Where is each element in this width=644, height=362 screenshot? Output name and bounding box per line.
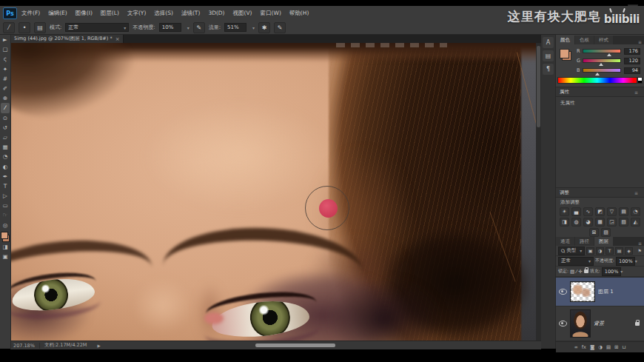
layer-name[interactable]: 图层 1 [598, 288, 614, 295]
lock-transparency-icon[interactable]: ▨ [570, 269, 574, 275]
blend-mode-select[interactable]: 正常 ▾ [65, 23, 129, 32]
layer-filter-select[interactable]: Ϙ 类型 ▾ [558, 247, 585, 255]
canvas[interactable] [10, 43, 541, 341]
panel-menu-icon[interactable]: ≡ [636, 39, 644, 44]
layer-blend-mode-select[interactable]: 正常 ▾ [558, 257, 594, 266]
hue-saturation-icon[interactable]: ▤ [619, 207, 628, 216]
marquee-tool[interactable]: ▢ [1, 44, 10, 54]
menu-item[interactable]: 选择(S) [154, 10, 173, 17]
posterize-icon[interactable]: ▧ [619, 218, 628, 227]
filter-group-layers-icon[interactable]: ▤ [615, 247, 623, 255]
color-spectrum-ramp[interactable] [557, 77, 637, 84]
horizontal-scrollbar-thumb[interactable] [255, 343, 335, 347]
background-thumbnail[interactable] [570, 309, 591, 338]
spot-healing-tool[interactable]: ⊕ [1, 93, 10, 103]
brush-size-preset[interactable]: • [19, 22, 30, 33]
vertical-scrollbar[interactable] [536, 43, 541, 341]
layer1-thumbnail[interactable] [570, 281, 595, 302]
tab-styles[interactable]: 样式 [594, 36, 613, 44]
color-swatch-pair[interactable] [560, 49, 571, 61]
menu-item[interactable]: 图像(I) [76, 10, 93, 17]
document-tab[interactable]: 5img (44).jpg @ 207%(图层 1, RGB/8#) * × [11, 35, 124, 43]
photo-filter-icon[interactable]: ◍ [571, 218, 581, 227]
blur-tool[interactable]: ◔ [1, 152, 10, 161]
tab-close-icon[interactable]: × [115, 36, 120, 42]
brush-preset-icon[interactable]: ⁄ [3, 22, 15, 33]
green-slider[interactable] [583, 58, 621, 63]
styles-panel-icon[interactable]: ▤ [543, 50, 554, 61]
green-value[interactable]: 120 [624, 58, 640, 64]
opacity-input[interactable]: 10% [159, 23, 181, 32]
path-selection-tool[interactable]: ▷ [1, 191, 10, 201]
channel-mixer-icon[interactable]: ◕ [583, 218, 593, 227]
gradient-map-icon[interactable]: ▨ [601, 228, 611, 237]
type-tool[interactable]: T [1, 181, 10, 191]
pressure-opacity-icon[interactable]: ✎ [193, 22, 205, 33]
properties-header[interactable]: 属性 ≡ [556, 87, 644, 97]
filter-pixel-layers-icon[interactable]: ▣ [586, 247, 594, 255]
panel-menu-icon[interactable]: ≡ [636, 241, 644, 246]
blue-value[interactable]: 94 [624, 67, 640, 74]
red-slider[interactable] [583, 49, 621, 53]
clone-stamp-tool[interactable]: ⊙ [1, 113, 10, 123]
history-brush-tool[interactable]: ↺ [1, 123, 10, 133]
layer-row-background[interactable]: 背景 [556, 306, 644, 341]
chevron-down-icon[interactable]: ▾ [252, 25, 255, 30]
visibility-toggle[interactable] [558, 321, 567, 326]
eraser-tool[interactable]: ▱ [1, 133, 10, 142]
lasso-tool[interactable]: ς [1, 54, 10, 64]
panel-menu-icon[interactable]: ≡ [632, 190, 640, 195]
tab-channels[interactable]: 通道 [556, 237, 574, 246]
eyedropper-tool[interactable]: ✐ [1, 84, 10, 93]
hand-tool[interactable]: ☞ [1, 210, 10, 220]
flow-input[interactable]: 51% [224, 23, 246, 32]
visibility-toggle[interactable] [558, 289, 567, 295]
lock-paint-icon[interactable]: ⁄ [576, 269, 577, 275]
color-swatches[interactable] [1, 232, 10, 242]
black-white-chip[interactable] [637, 77, 643, 84]
character-panel-icon[interactable]: A [543, 37, 554, 48]
screen-mode-button[interactable]: ▣ [1, 252, 10, 261]
curves-icon[interactable]: ∿ [583, 207, 593, 216]
chevron-down-icon[interactable]: ▾ [187, 25, 189, 30]
layer-fill-input[interactable]: 100% ▾ [602, 267, 621, 276]
crop-tool[interactable]: # [1, 74, 10, 84]
menu-item[interactable]: 3D(D) [208, 10, 224, 17]
pen-tool[interactable]: ✒ [1, 172, 10, 181]
menu-item[interactable]: 窗口(W) [261, 10, 281, 17]
link-layers-icon[interactable]: ∞ [574, 344, 577, 350]
filter-pin-icon[interactable]: ⚑ [638, 248, 642, 253]
black-white-icon[interactable]: ◨ [560, 218, 569, 227]
tab-layers[interactable]: 图层 [594, 237, 613, 246]
tab-paths[interactable]: 路径 [575, 237, 594, 246]
paragraph-panel-icon[interactable]: ¶ [543, 64, 554, 75]
lock-all-icon[interactable] [584, 269, 588, 273]
delete-layer-icon[interactable]: ⊔ [623, 344, 626, 350]
zoom-level[interactable]: 207.18% [13, 343, 40, 349]
tab-color[interactable]: 颜色 [556, 36, 574, 44]
tab-swatches[interactable]: 色板 [575, 36, 594, 44]
menu-item[interactable]: 滤镜(T) [181, 10, 200, 17]
new-adjustment-icon[interactable]: ◑ [598, 344, 603, 350]
quick-selection-tool[interactable]: ✦ [1, 64, 10, 74]
lock-position-icon[interactable]: ✛ [578, 269, 582, 275]
layer-row-layer1[interactable]: 图层 1 [556, 278, 644, 306]
status-arrow-icon[interactable]: ▶ [97, 343, 100, 348]
menu-item[interactable]: 视图(V) [233, 10, 252, 17]
adjustments-header[interactable]: 调整 ≡ [556, 187, 644, 198]
vibrance-icon[interactable]: ▽ [607, 207, 617, 216]
pressure-size-icon[interactable]: ✎ [274, 22, 286, 33]
brush-tool[interactable]: ⁄ [1, 103, 10, 113]
menu-item[interactable]: 编辑(E) [48, 10, 67, 17]
layer-name[interactable]: 背景 [594, 320, 604, 327]
menu-item[interactable]: 文件(F) [21, 10, 40, 17]
new-layer-icon[interactable]: ⊞ [614, 344, 618, 350]
layer-opacity-input[interactable]: 100% ▾ [616, 257, 635, 266]
invert-icon[interactable]: ◲ [607, 218, 617, 227]
foreground-color-swatch[interactable] [560, 49, 569, 58]
color-lookup-icon[interactable]: ▦ [595, 218, 605, 227]
quick-mask-button[interactable]: ◨ [1, 242, 10, 252]
panel-menu-icon[interactable]: ≡ [632, 90, 640, 95]
blue-slider[interactable] [583, 68, 621, 73]
add-mask-icon[interactable]: ◙ [590, 344, 594, 350]
